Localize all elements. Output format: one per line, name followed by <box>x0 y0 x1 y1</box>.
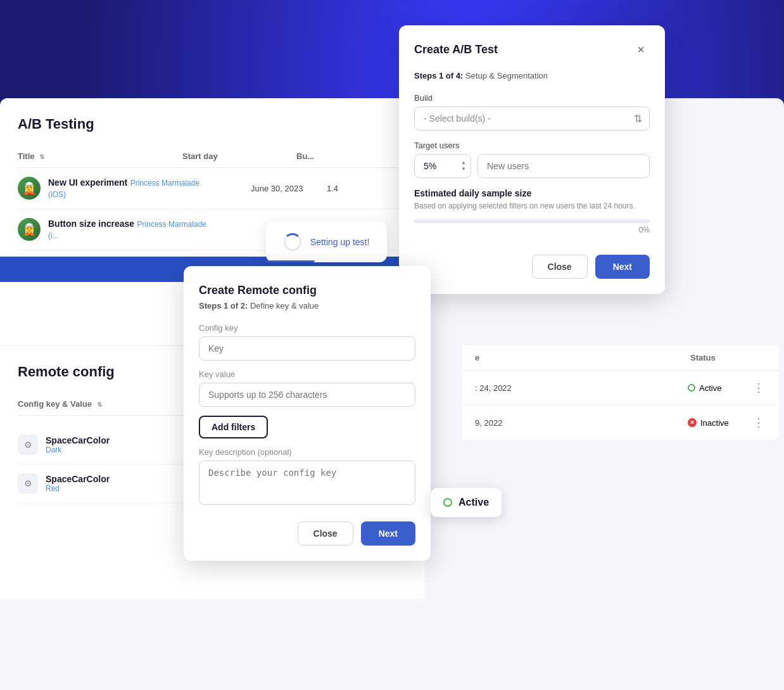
status-row[interactable]: 9, 2022 ✕ Inactive ⋮ <box>462 406 779 440</box>
status-label: Active <box>699 383 721 393</box>
next-button[interactable]: Next <box>595 255 650 279</box>
config-info: SpaceCarColor Red <box>46 474 110 493</box>
status-badge-inactive: ✕ Inactive <box>688 418 751 428</box>
sort-icon-title: ⇅ <box>39 153 44 160</box>
key-description-textarea[interactable] <box>199 461 415 505</box>
active-tooltip-dot-icon <box>443 498 452 507</box>
sort-icon-config: ⇅ <box>97 401 102 408</box>
config-name: SpaceCarColor <box>46 435 110 445</box>
close-modal-button[interactable]: × <box>632 41 650 58</box>
target-users-row: ▲ ▼ <box>414 154 650 178</box>
modal-footer: Close Next <box>414 245 650 279</box>
status-panel: e Status : 24, 2022 Active ⋮ 9, 2022 ✕ I… <box>462 345 779 440</box>
config-icon: ⚙ <box>18 473 38 494</box>
spinner-text: Setting up test! <box>310 237 369 247</box>
inactive-dot-icon: ✕ <box>688 418 697 427</box>
key-value-input[interactable] <box>199 383 415 407</box>
col-header-start: Start day <box>182 151 296 161</box>
remote-next-button[interactable]: Next <box>361 521 415 546</box>
key-value-label: Key value <box>199 369 415 379</box>
modal-header: Create A/B Test × <box>414 41 650 58</box>
estimated-section: Estimated daily sample size Based on app… <box>414 188 650 234</box>
build-label: Build <box>414 93 650 103</box>
estimated-desc: Based on applying selected filters on ne… <box>414 201 650 212</box>
stepper-arrows: ▲ ▼ <box>461 160 466 172</box>
spinner-progress-bar <box>266 260 315 262</box>
config-value: Dark <box>46 445 110 454</box>
row-name: New UI experiment <box>48 177 127 188</box>
config-name: SpaceCarColor <box>46 474 110 484</box>
col-date-header: e <box>475 353 690 362</box>
row-date: June 30, 2023 <box>213 184 327 193</box>
estimated-title: Estimated daily sample size <box>414 188 650 198</box>
target-users-label: Target users <box>414 141 650 150</box>
remote-close-button[interactable]: Close <box>298 521 353 546</box>
col-header-build: Bu... <box>296 151 347 161</box>
active-tooltip-label: Active <box>458 497 489 508</box>
add-filters-button[interactable]: Add filters <box>199 416 268 438</box>
build-select-wrapper: - Select build(s) - ⇅ <box>414 106 650 131</box>
key-description-label: Key description (optional) <box>199 447 415 457</box>
col-status-header: Status <box>690 353 766 362</box>
progress-bar-container <box>414 219 650 223</box>
modal-steps: Steps 1 of 4: Setup & Segmentation <box>414 71 650 80</box>
table-row[interactable]: 🧝 New UI experiment Princess Marmalade (… <box>18 168 406 209</box>
config-info: SpaceCarColor Dark <box>46 435 110 454</box>
modal-title: Create A/B Test <box>414 43 498 56</box>
avatar: 🧝 <box>18 177 41 200</box>
config-key-label: Config key <box>199 323 415 333</box>
row-name: Button size increase <box>48 219 134 229</box>
close-button[interactable]: Close <box>532 255 588 279</box>
status-date: 9, 2022 <box>475 418 688 428</box>
status-row[interactable]: : 24, 2022 Active ⋮ <box>462 371 779 406</box>
new-users-input[interactable] <box>477 154 650 178</box>
progress-label: 0% <box>414 226 650 234</box>
spinner-overlay: Setting up test! <box>266 222 387 262</box>
row-info: Button size increase Princess Marmalade … <box>48 218 213 241</box>
remote-modal-footer: Close Next <box>199 516 415 546</box>
active-tooltip: Active <box>431 488 502 517</box>
ab-testing-title: A/B Testing <box>18 116 406 132</box>
decrement-arrow-icon[interactable]: ▼ <box>461 167 466 172</box>
col-header-title: Title ⇅ <box>18 151 182 161</box>
loading-spinner-icon <box>284 233 301 251</box>
status-badge-active: Active <box>688 383 751 393</box>
more-options-icon[interactable]: ⋮ <box>751 381 766 395</box>
active-dot-icon <box>688 384 695 392</box>
status-table-header: e Status <box>462 345 779 371</box>
config-key-input[interactable] <box>199 336 415 361</box>
config-value: Red <box>46 484 110 493</box>
remote-modal-title: Create Remote config <box>199 284 415 297</box>
more-options-icon[interactable]: ⋮ <box>751 416 766 430</box>
percent-stepper: ▲ ▼ <box>414 154 471 178</box>
increment-arrow-icon[interactable]: ▲ <box>461 160 466 165</box>
config-icon: ⚙ <box>18 435 38 455</box>
remote-modal-steps: Steps 1 of 2: Define key & value <box>199 301 415 310</box>
ab-table-header: Title ⇅ Start day Bu... <box>18 145 406 168</box>
build-select[interactable]: - Select build(s) - <box>414 106 650 131</box>
create-remote-modal: Create Remote config Steps 1 of 2: Defin… <box>184 266 431 561</box>
row-build: 1.4 <box>327 184 338 193</box>
status-date: : 24, 2022 <box>475 383 688 393</box>
row-info: New UI experiment Princess Marmalade (iO… <box>48 177 213 200</box>
avatar: 🧝 <box>18 218 41 241</box>
create-ab-modal: Create A/B Test × Steps 1 of 4: Setup & … <box>399 25 665 294</box>
status-label: Inactive <box>700 418 729 428</box>
